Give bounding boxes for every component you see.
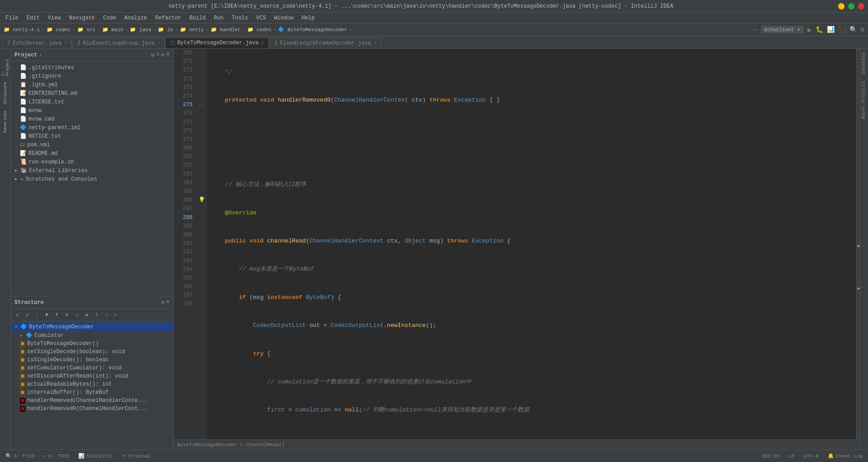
nav-codec2[interactable]: 📁 codec bbox=[247, 27, 272, 33]
nav-io[interactable]: 📁 io bbox=[158, 27, 173, 33]
structure-close-btn[interactable]: × bbox=[166, 299, 170, 306]
run-button[interactable]: ▶ bbox=[807, 25, 812, 34]
close-button[interactable] bbox=[858, 3, 864, 9]
struct-cumulator[interactable]: ▸ 🔷 Cumulator bbox=[11, 331, 173, 340]
menu-build[interactable]: Build bbox=[186, 14, 209, 22]
struct-setcumulator[interactable]: m setCumulator(Cumulator): void bbox=[11, 364, 173, 372]
code-content[interactable]: 269 270 271 272 273 274 275 276 277 278 … bbox=[174, 49, 860, 439]
status-position[interactable]: 288:26 bbox=[760, 453, 782, 460]
menu-window[interactable]: Window bbox=[270, 14, 297, 22]
left-tab-favorites[interactable]: Favorites bbox=[1, 108, 10, 135]
sort-type-btn[interactable]: ⇵ bbox=[23, 311, 32, 320]
status-statistic[interactable]: 📊 Statistic bbox=[76, 452, 115, 460]
sort-alpha-btn[interactable]: ⇅ bbox=[13, 311, 22, 320]
coverage-button[interactable]: 📊 bbox=[827, 26, 835, 33]
project-tree[interactable]: 📄 .gitattributes 📄 .gitignore 📋 .lgtm.ym… bbox=[11, 61, 173, 296]
status-line-ending[interactable]: LF bbox=[787, 453, 796, 460]
nav-java[interactable]: 📁 java bbox=[130, 27, 151, 33]
tree-item-run-example[interactable]: 📜 run-example.sh bbox=[11, 158, 173, 166]
nav-netty[interactable]: 📁 netty-4.1 bbox=[4, 27, 40, 33]
menu-tools[interactable]: Tools bbox=[228, 14, 252, 22]
tab-nioeventloopgroup-close[interactable]: × bbox=[157, 41, 160, 46]
nav-back-btn[interactable]: ← bbox=[753, 26, 757, 33]
project-collapse-btn[interactable]: ≡ bbox=[156, 51, 159, 58]
settings-button[interactable]: ⚙ bbox=[861, 26, 864, 33]
show-anon-btn[interactable]: λ bbox=[92, 311, 101, 320]
struct-constructor[interactable]: m ByteToMessageDecoder() bbox=[11, 340, 173, 348]
tab-fixedlengthframedecoder[interactable]: J FixedLengthFrameDecoder.java × bbox=[269, 37, 382, 48]
tree-item-contributing[interactable]: 📝 CONTRIBUTING.md bbox=[11, 89, 173, 98]
struct-handlerremoved[interactable]: m handlerRemoved(ChannelHandlerConte... bbox=[11, 397, 173, 405]
tree-item-scratches[interactable]: ▸ ✏️ Scratches and Consoles bbox=[11, 175, 173, 183]
struct-issingledecode[interactable]: m isSingleDecode(): boolean bbox=[11, 356, 173, 364]
right-panel-database[interactable]: Database bbox=[860, 49, 868, 78]
search-everywhere-button[interactable]: 🔍 bbox=[849, 26, 857, 33]
tree-item-license[interactable]: 📄 LICENSE.txt bbox=[11, 98, 173, 106]
autoscroll-btn[interactable]: = bbox=[102, 311, 111, 320]
tab-echoserver[interactable]: J EchoServer.java × bbox=[2, 37, 72, 48]
nav-src[interactable]: 📁 src bbox=[77, 27, 95, 33]
struct-internalbuffer[interactable]: m internalBuffer(): ByteBuf bbox=[11, 388, 173, 397]
right-panel-maven[interactable]: Maven Projects bbox=[860, 78, 868, 123]
tree-item-pom[interactable]: 🗂 pom.xml bbox=[11, 140, 173, 149]
show-field-btn[interactable]: f bbox=[52, 311, 61, 320]
tree-item-lgtm[interactable]: 📋 .lgtm.yml bbox=[11, 80, 173, 89]
left-tab-project[interactable]: 1: Project bbox=[1, 51, 10, 78]
tree-item-external-libs[interactable]: ▸ 📚 External Libraries bbox=[11, 166, 173, 175]
tab-echoserver-close[interactable]: × bbox=[64, 41, 67, 46]
menu-view[interactable]: View bbox=[44, 14, 65, 22]
tree-item-gitignore[interactable]: 📄 .gitignore bbox=[11, 72, 173, 80]
menu-run[interactable]: Run bbox=[210, 14, 227, 22]
struct-handlerremoved0[interactable]: m handlerRemoved0(ChannelHandlerCont... bbox=[11, 405, 173, 413]
show-inner-btn[interactable]: ● bbox=[82, 311, 91, 320]
status-todo[interactable]: ✓ 6: TODO bbox=[42, 452, 71, 460]
struct-class-byteto[interactable]: ▾ 🔷 ByteToMessageDecoder bbox=[11, 322, 173, 331]
project-settings-btn[interactable]: ⚙ bbox=[161, 51, 165, 58]
tree-item-mvnw[interactable]: 📄 mvnw bbox=[11, 106, 173, 115]
status-encoding[interactable]: UTF-8 bbox=[802, 453, 821, 460]
stop-button[interactable]: ⬛ bbox=[838, 26, 846, 33]
menu-navigate[interactable]: Navigate bbox=[65, 14, 99, 22]
struct-setdiscardafterreads[interactable]: m setDiscardAfterReads(int): void bbox=[11, 372, 173, 380]
menu-vcs[interactable]: VCS bbox=[253, 14, 270, 22]
tab-nioeventloopgroup[interactable]: J NioEventLoopGroup.java × bbox=[72, 37, 165, 48]
minimize-button[interactable] bbox=[838, 3, 844, 9]
show-inherited-btn[interactable]: ↑ bbox=[33, 311, 42, 320]
nav-main[interactable]: 📁 main bbox=[102, 27, 123, 33]
menu-file[interactable]: File bbox=[2, 14, 22, 22]
show-private-btn[interactable]: ▽ bbox=[72, 311, 81, 320]
project-close-btn[interactable]: × bbox=[166, 51, 170, 58]
structure-tree[interactable]: ▾ 🔷 ByteToMessageDecoder ▸ 🔷 Cumulator m… bbox=[11, 322, 173, 449]
tree-item-mvnwcmd[interactable]: 📄 mvnw.cmd bbox=[11, 115, 173, 123]
menu-code[interactable]: Code bbox=[99, 14, 120, 22]
status-find[interactable]: 🔍 3: Find bbox=[4, 452, 36, 460]
menu-refactor[interactable]: Refactor bbox=[151, 14, 185, 22]
status-terminal[interactable]: ⌨ Terminal bbox=[120, 452, 152, 460]
menu-help[interactable]: Help bbox=[298, 14, 318, 22]
editor-area[interactable]: 269 270 271 272 273 274 275 276 277 278 … bbox=[174, 49, 860, 449]
project-refresh-btn[interactable]: ↻ bbox=[151, 51, 154, 58]
tree-item-gitattributes[interactable]: 📄 .gitattributes bbox=[11, 63, 173, 72]
tree-item-notice[interactable]: 📄 NOTICE.txt bbox=[11, 132, 173, 140]
status-eventlog[interactable]: 🔔 Event Log bbox=[826, 452, 864, 460]
run-config-selector[interactable]: EchoClient ▾ bbox=[761, 26, 804, 33]
menu-edit[interactable]: Edit bbox=[23, 14, 43, 22]
left-tab-structure-left[interactable]: Structure bbox=[1, 79, 10, 107]
expand-all-btn[interactable]: » bbox=[114, 313, 117, 317]
maximize-button[interactable] bbox=[848, 3, 854, 9]
tab-fixedlengthframedecoder-close[interactable]: × bbox=[374, 41, 377, 46]
show-protected-btn[interactable]: B bbox=[62, 311, 71, 320]
nav-class[interactable]: 🔷 ByteToMessageDecoder bbox=[278, 27, 347, 33]
show-public-btn[interactable]: P bbox=[42, 311, 52, 320]
tab-bytetomessagedecoder-close[interactable]: × bbox=[261, 41, 264, 46]
nav-handler[interactable]: 📁 handler bbox=[211, 27, 241, 33]
nav-netty2[interactable]: 📁 netty bbox=[180, 27, 204, 33]
nav-codec[interactable]: 📁 codec bbox=[47, 27, 71, 33]
code-editor[interactable]: */ protected void handlerRemoved0(Channe… bbox=[207, 49, 856, 439]
tree-item-netty-iml[interactable]: 🔷 netty-parent.iml bbox=[11, 123, 173, 132]
tree-item-readme[interactable]: 📝 README.md bbox=[11, 149, 173, 158]
structure-settings-btn[interactable]: ⚙ bbox=[161, 299, 165, 306]
struct-setsingledecode[interactable]: m setSingleDecode(boolean): void bbox=[11, 348, 173, 356]
tab-bytetomessagedecoder[interactable]: ⬡ ByteToMessageDecoder.java × bbox=[165, 37, 269, 48]
debug-button[interactable]: 🐛 bbox=[816, 26, 823, 33]
